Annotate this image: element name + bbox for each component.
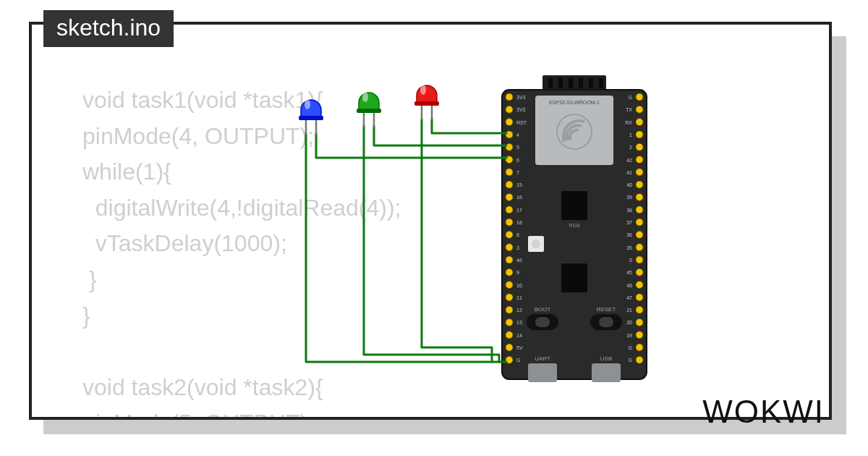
svg-rect-18 (599, 317, 613, 327)
svg-text:40: 40 (626, 182, 632, 187)
esp32-board: ESP32-S3-WROOM-1 RGB B (502, 75, 647, 382)
file-tab[interactable]: sketch.ino (43, 10, 174, 47)
svg-point-76 (636, 156, 643, 164)
svg-point-68 (636, 106, 643, 113)
svg-text:5V: 5V (516, 345, 523, 350)
svg-text:G: G (629, 95, 632, 100)
svg-text:G: G (516, 358, 520, 363)
svg-point-74 (636, 143, 643, 151)
svg-point-96 (636, 282, 643, 289)
svg-point-62 (506, 344, 513, 351)
svg-point-98 (636, 294, 643, 301)
svg-text:16: 16 (516, 195, 522, 200)
svg-rect-4 (579, 78, 583, 88)
svg-point-54 (506, 294, 513, 301)
green-led (357, 92, 381, 127)
svg-text:19: 19 (626, 333, 632, 338)
svg-text:7: 7 (516, 170, 519, 175)
chip-label: ESP32-S3-WROOM-1 (549, 100, 600, 105)
svg-text:RST: RST (516, 120, 527, 125)
svg-text:12: 12 (516, 308, 522, 313)
svg-point-22 (506, 93, 513, 101)
svg-point-42 (506, 219, 513, 226)
svg-rect-115 (357, 109, 381, 113)
svg-point-48 (506, 256, 513, 263)
svg-text:G: G (629, 358, 632, 363)
red-led (414, 85, 439, 120)
svg-text:17: 17 (516, 208, 522, 213)
svg-text:11: 11 (516, 295, 522, 300)
svg-rect-3 (569, 78, 573, 88)
svg-text:2: 2 (629, 145, 632, 150)
svg-text:4: 4 (516, 132, 519, 138)
svg-text:5: 5 (516, 145, 519, 150)
svg-point-34 (506, 169, 513, 176)
svg-text:20: 20 (626, 320, 632, 325)
svg-point-28 (506, 131, 513, 138)
svg-rect-5 (589, 78, 593, 88)
wires (306, 119, 506, 362)
svg-point-78 (636, 169, 643, 176)
svg-point-44 (506, 231, 513, 238)
brand-text: WOKWI (702, 394, 825, 429)
svg-point-58 (506, 318, 513, 326)
svg-rect-6 (599, 78, 603, 88)
svg-text:TX: TX (626, 107, 632, 112)
svg-point-118 (420, 85, 426, 95)
svg-point-102 (636, 318, 643, 326)
card: void task1(void *task1){ pinMode(4, OUTP… (29, 22, 832, 420)
svg-text:G: G (629, 345, 632, 350)
svg-point-90 (636, 244, 643, 251)
svg-text:BOOT: BOOT (535, 306, 551, 313)
svg-point-114 (362, 92, 368, 102)
svg-point-70 (636, 119, 643, 126)
card-root: void task1(void *task1){ pinMode(4, OUTP… (0, 0, 868, 456)
blue-led (299, 99, 323, 135)
svg-text:41: 41 (626, 170, 632, 175)
svg-point-100 (636, 306, 643, 313)
svg-point-46 (506, 244, 513, 251)
svg-text:3V3: 3V3 (516, 95, 526, 100)
svg-rect-1 (548, 78, 553, 88)
file-tab-label: sketch.ino (56, 14, 161, 41)
svg-point-80 (636, 181, 643, 188)
svg-text:6: 6 (516, 158, 519, 163)
svg-rect-2 (558, 78, 563, 88)
svg-text:42: 42 (626, 158, 632, 163)
svg-text:18: 18 (516, 220, 522, 225)
svg-point-106 (636, 344, 643, 351)
svg-text:9: 9 (516, 270, 519, 275)
svg-point-56 (506, 306, 513, 313)
svg-point-12 (532, 240, 540, 248)
svg-text:3: 3 (516, 245, 519, 250)
svg-rect-10 (561, 191, 587, 220)
svg-text:21: 21 (626, 308, 632, 313)
svg-text:37: 37 (626, 220, 632, 225)
svg-point-110 (305, 99, 310, 109)
svg-text:15: 15 (516, 182, 522, 187)
svg-point-92 (636, 256, 643, 263)
svg-point-52 (506, 282, 513, 289)
svg-point-36 (506, 181, 513, 188)
svg-point-38 (506, 193, 513, 200)
svg-point-88 (636, 231, 643, 238)
circuit-diagram: ESP32-S3-WROOM-1 RGB B (285, 75, 748, 408)
svg-point-26 (506, 119, 513, 126)
svg-point-72 (636, 131, 643, 138)
svg-point-9 (567, 136, 571, 140)
svg-text:46: 46 (516, 258, 522, 263)
svg-text:38: 38 (626, 208, 632, 213)
svg-point-84 (636, 206, 643, 214)
uart-port-icon (528, 363, 557, 382)
svg-text:1: 1 (629, 132, 632, 138)
svg-text:48: 48 (626, 283, 632, 288)
svg-text:13: 13 (516, 320, 522, 325)
usb-port-icon (592, 363, 621, 382)
svg-text:RGB: RGB (569, 223, 580, 228)
svg-point-50 (506, 269, 513, 276)
svg-text:RESET: RESET (597, 306, 616, 313)
svg-point-66 (636, 93, 643, 101)
svg-rect-15 (535, 317, 550, 327)
svg-text:0: 0 (629, 258, 632, 263)
brand-logo: WOKWI (702, 394, 825, 430)
